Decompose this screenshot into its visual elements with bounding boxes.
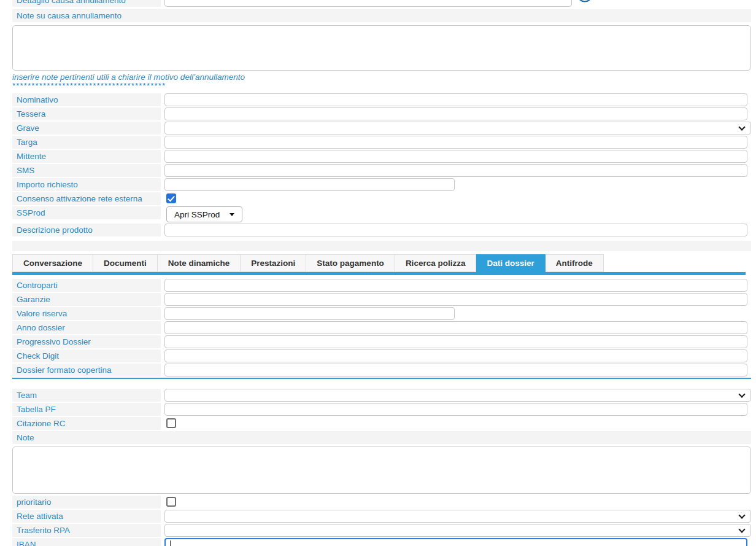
team-fields-section: Team Tabella PF Citazione RC (12, 389, 756, 430)
row-grave: Grave (12, 122, 756, 135)
team-select[interactable] (164, 389, 751, 402)
row-dossier-formato-copertina: Dossier formato copertina (12, 364, 756, 376)
iban-input[interactable] (164, 538, 747, 546)
row-valore-riserva: Valore riserva (12, 307, 756, 320)
tab-dati-dossier[interactable]: Dati dossier (476, 254, 545, 272)
note-textarea[interactable] (12, 447, 751, 494)
row-importo-richiesto: Importo richiesto (12, 178, 756, 191)
bottom-fields-section: prioritario Rete attivata Trasferito RPA… (12, 496, 756, 546)
detail-cause-label: Dettaglio causa annullamento (12, 0, 161, 7)
row-mittente: Mittente (12, 150, 756, 163)
importo-richiesto-label: Importo richiesto (12, 178, 161, 191)
chevron-down-icon (738, 526, 745, 532)
row-prioritario: prioritario (12, 496, 756, 509)
cancellation-notes-textarea[interactable] (12, 25, 751, 71)
rete-attivata-label: Rete attivata (12, 510, 161, 523)
controparti-input[interactable] (164, 279, 747, 292)
controparti-label: Controparti (12, 279, 161, 292)
triangle-down-icon (230, 213, 234, 216)
cancellation-notes-label: Note su causa annullamento (12, 9, 751, 22)
cancellation-notes-hint: inserire note pertinenti utili a chiarir… (12, 73, 756, 82)
sms-input[interactable] (164, 164, 747, 177)
note-label: Note (12, 431, 751, 444)
anno-dossier-input[interactable] (164, 321, 747, 334)
tessera-input[interactable] (164, 107, 747, 120)
row-nominativo: Nominativo (12, 93, 756, 106)
anno-dossier-label: Anno dossier (12, 321, 161, 334)
prioritario-label: prioritario (12, 496, 161, 509)
row-trasferito-rpa: Trasferito RPA (12, 524, 756, 537)
tab-ricerca-polizza[interactable]: Ricerca polizza (395, 254, 477, 272)
separator-asterisks: **************************************** (12, 82, 756, 90)
row-rete-attivata: Rete attivata (12, 510, 756, 523)
nominativo-label: Nominativo (12, 93, 161, 106)
tab-underline (12, 272, 746, 275)
search-icon (576, 0, 594, 5)
tab-antifrode[interactable]: Antifrode (546, 254, 604, 272)
detail-cause-row: Dettaglio causa annullamento (12, 0, 756, 7)
row-tabella-pf: Tabella PF (12, 403, 756, 416)
dossier-formato-copertina-input[interactable] (164, 364, 747, 376)
text-caret (170, 540, 171, 546)
row-citazione-rc: Citazione RC (12, 417, 756, 430)
chevron-down-icon (738, 123, 745, 130)
iban-label: IBAN (12, 538, 161, 546)
rete-attivata-select[interactable] (164, 510, 751, 523)
targa-label: Targa (12, 136, 161, 149)
check-digit-label: Check Digit (12, 349, 161, 362)
row-iban: IBAN (12, 538, 756, 546)
trasferito-rpa-select[interactable] (164, 524, 751, 537)
dossier-fields-section: Controparti Garanzie Valore riserva Anno… (12, 279, 756, 376)
row-garanzie: Garanzie (12, 293, 756, 306)
tabella-pf-input[interactable] (164, 403, 747, 416)
tab-prestazioni[interactable]: Prestazioni (241, 254, 306, 272)
check-digit-input[interactable] (164, 349, 747, 362)
grave-select[interactable] (164, 122, 751, 135)
sms-label: SMS (12, 164, 161, 177)
descrizione-prodotto-input[interactable] (164, 224, 747, 236)
apri-ssprod-button[interactable]: Apri SSProd (166, 206, 242, 222)
citazione-rc-checkbox[interactable] (166, 418, 176, 428)
targa-input[interactable] (164, 136, 747, 149)
nominativo-input[interactable] (164, 93, 747, 106)
row-team: Team (12, 389, 756, 402)
row-tessera: Tessera (12, 107, 756, 120)
chevron-down-icon (738, 391, 745, 397)
valore-riserva-label: Valore riserva (12, 307, 161, 320)
tab-conversazione[interactable]: Conversazione (12, 254, 93, 272)
row-sms: SMS (12, 164, 756, 177)
spacer-band (12, 241, 751, 251)
consenso-rete-esterna-checkbox[interactable] (166, 193, 176, 203)
prioritario-checkbox[interactable] (166, 497, 176, 507)
tessera-label: Tessera (12, 107, 161, 120)
team-label: Team (12, 389, 161, 402)
section-divider (12, 378, 751, 379)
row-targa: Targa (12, 136, 756, 149)
tab-documenti[interactable]: Documenti (93, 254, 158, 272)
ssprod-label: SSProd (12, 206, 161, 219)
progressivo-dossier-input[interactable] (164, 335, 747, 348)
tabella-pf-label: Tabella PF (12, 403, 161, 416)
mittente-label: Mittente (12, 150, 161, 163)
valore-riserva-input[interactable] (164, 307, 455, 320)
row-descrizione-prodotto: Descrizione prodotto (12, 224, 756, 236)
consenso-rete-esterna-label: Consenso attivazione rete esterna (12, 192, 161, 205)
row-check-digit: Check Digit (12, 349, 756, 362)
detail-cause-input[interactable] (164, 0, 572, 7)
importo-richiesto-input[interactable] (164, 178, 455, 191)
tab-stato-pagamento[interactable]: Stato pagamento (306, 254, 395, 272)
row-consenso-rete-esterna: Consenso attivazione rete esterna (12, 192, 756, 205)
apri-ssprod-button-label: Apri SSProd (174, 210, 220, 219)
trasferito-rpa-label: Trasferito RPA (12, 524, 161, 537)
garanzie-label: Garanzie (12, 293, 161, 306)
descrizione-prodotto-label: Descrizione prodotto (12, 224, 161, 236)
mittente-input[interactable] (164, 150, 747, 163)
row-anno-dossier: Anno dossier (12, 321, 756, 334)
row-progressivo-dossier: Progressivo Dossier (12, 335, 756, 348)
chevron-down-icon (738, 512, 745, 518)
garanzie-input[interactable] (164, 293, 747, 306)
progressivo-dossier-label: Progressivo Dossier (12, 335, 161, 348)
tab-note-dinamiche[interactable]: Note dinamiche (158, 254, 241, 272)
citazione-rc-label: Citazione RC (12, 417, 161, 430)
dossier-formato-copertina-label: Dossier formato copertina (12, 364, 161, 376)
